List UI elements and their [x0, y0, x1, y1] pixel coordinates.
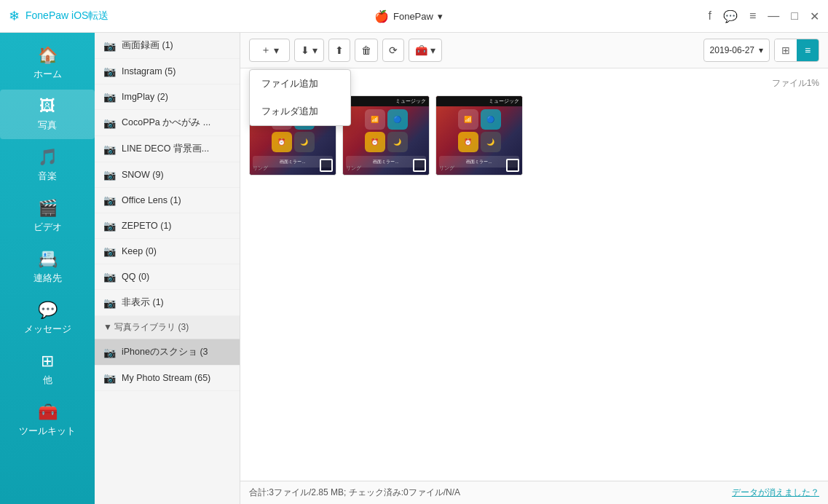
export-button[interactable]: ⬆ [328, 39, 350, 62]
photo-checkbox-2[interactable] [413, 159, 426, 172]
message-icon[interactable]: 💬 [723, 9, 738, 23]
status-bar: 合計:3ファイル/2.85 MB; チェック済み:0ファイル/N/A データが消… [240, 481, 828, 504]
add-dropdown-menu: ファイル追加 フォルダ追加 [249, 69, 351, 126]
nav-item-video[interactable]: 🎬ビデオ [0, 192, 95, 241]
photo-checkbox-3[interactable] [506, 159, 519, 172]
album-icon-3: 📷 [103, 117, 116, 129]
toolbox-icon: 🧰 [415, 44, 427, 56]
add-file-item[interactable]: ファイル追加 [250, 70, 350, 98]
app-title: FonePaw iOS転送 [25, 9, 109, 23]
menu-icon[interactable]: ≡ [749, 9, 756, 23]
nav-item-contacts[interactable]: 📇連絡先 [0, 243, 95, 292]
tools-label: ツールキット [19, 425, 76, 438]
album-item-10[interactable]: 📷非表示 (1) [95, 290, 240, 316]
import-chevron: ▾ [312, 44, 318, 56]
album-icon-9: 📷 [103, 271, 116, 283]
nav-item-messages[interactable]: 💬メッセージ [0, 294, 95, 343]
album-item-7[interactable]: 📷ZEPETO (1) [95, 213, 240, 239]
nav-item-photos[interactable]: 🖼写真 [0, 90, 95, 139]
import-button[interactable]: ⬇ ▾ [294, 39, 324, 62]
album-panel: 📷画面録画 (1)📷Instagram (5)📷ImgPlay (2)📷Coco… [95, 33, 240, 504]
album-name-2: ImgPlay (2) [122, 92, 168, 102]
album-name-7: ZEPETO (1) [122, 221, 172, 231]
active-album-icon: 📷 [103, 347, 116, 358]
album-item-1[interactable]: 📷Instagram (5) [95, 59, 240, 84]
refresh-button[interactable]: ⟳ [382, 39, 404, 62]
home-icon: 🏠 [38, 46, 58, 65]
album-item-9[interactable]: 📷QQ (0) [95, 264, 240, 290]
data-lost-link[interactable]: データが消えました？ [732, 487, 819, 499]
video-label: ビデオ [33, 221, 62, 234]
facebook-icon[interactable]: f [709, 9, 711, 23]
refresh-icon: ⟳ [389, 44, 398, 56]
minimize-icon[interactable]: — [768, 9, 779, 23]
album-icon-5: 📷 [103, 169, 116, 181]
album-name-9: QQ (0) [122, 272, 149, 282]
my-stream-icon: 📷 [103, 372, 116, 384]
other-icon: ⊞ [41, 352, 54, 371]
active-album-item[interactable]: 📷iPhoneのスクショ (3 [95, 339, 240, 366]
album-name-10: 非表示 (1) [122, 296, 164, 309]
album-item-2[interactable]: 📷ImgPlay (2) [95, 84, 240, 110]
album-icon-0: 📷 [103, 40, 116, 52]
close-icon[interactable]: ✕ [810, 9, 819, 23]
date-filter[interactable]: 2019-06-27 ▾ [703, 39, 770, 62]
album-item-5[interactable]: 📷SNOW (9) [95, 162, 240, 188]
date-chevron-icon: ▾ [759, 45, 763, 55]
sidebar-nav: 🏠ホーム🖼写真🎵音楽🎬ビデオ📇連絡先💬メッセージ⊞他🧰ツールキット [0, 33, 95, 504]
album-name-0: 画面録画 (1) [122, 39, 173, 52]
main-layout: 🏠ホーム🖼写真🎵音楽🎬ビデオ📇連絡先💬メッセージ⊞他🧰ツールキット 📷画面録画 … [0, 33, 828, 504]
date-value: 2019-06-27 [710, 45, 754, 55]
nav-item-music[interactable]: 🎵音楽 [0, 141, 95, 190]
more-button[interactable]: 🧰 ▾ [409, 39, 442, 62]
photo-checkbox-1[interactable] [320, 159, 333, 172]
view-toggle: ⊞ ≡ [774, 39, 819, 62]
messages-label: メッセージ [24, 323, 71, 336]
list-view-button[interactable]: ≡ [797, 39, 819, 61]
grid-view-button[interactable]: ⊞ [775, 39, 797, 61]
titlebar-left: ❄ FonePaw iOS転送 [9, 8, 109, 24]
music-label: 音楽 [38, 170, 57, 183]
album-item-8[interactable]: 📷Keep (0) [95, 239, 240, 264]
album-icon-1: 📷 [103, 66, 116, 77]
album-name-5: SNOW (9) [122, 170, 164, 180]
album-icon-7: 📷 [103, 220, 116, 232]
content-main: 2019-06-27 ファイル1% ミュージック 📶 🔵 [240, 68, 828, 481]
album-name-6: Office Lens (1) [122, 195, 181, 205]
contacts-label: 連絡先 [33, 272, 62, 285]
photos-icon: 🖼 [39, 97, 55, 116]
add-button[interactable]: ＋ ▾ [249, 39, 290, 62]
album-name-8: Keep (0) [122, 246, 157, 256]
chevron-icon: ▾ [274, 44, 279, 56]
album-item-0[interactable]: 📷画面録画 (1) [95, 33, 240, 59]
add-folder-item[interactable]: フォルダ追加 [250, 98, 350, 125]
my-stream-label: My Photo Stream (65) [122, 373, 210, 383]
album-name-3: CocoPPa かべがみ ... [122, 117, 210, 129]
my-photo-stream-item[interactable]: 📷My Photo Stream (65) [95, 366, 240, 391]
maximize-icon[interactable]: □ [791, 9, 798, 23]
photo-thumb-2[interactable]: ミュージック 📶 🔵 ⏰ 🌙 画面ミラー... [342, 95, 430, 176]
window-controls: f 💬 ≡ — □ ✕ [709, 9, 819, 23]
nav-item-tools[interactable]: 🧰ツールキット [0, 395, 95, 445]
nav-item-other[interactable]: ⊞他 [0, 344, 95, 394]
nav-item-home[interactable]: 🏠ホーム [0, 39, 95, 88]
delete-button[interactable]: 🗑 [355, 39, 378, 62]
device-name: FonePaw [393, 11, 433, 22]
add-icon: ＋ [261, 44, 271, 57]
music-icon: 🎵 [38, 148, 58, 167]
section-label: ▼ 写真ライブラリ (3) [103, 321, 189, 334]
status-summary: 合計:3ファイル/2.85 MB; チェック済み:0ファイル/N/A [249, 487, 460, 499]
delete-icon: 🗑 [361, 44, 371, 56]
album-item-4[interactable]: 📷LINE DECO 背景画... [95, 136, 240, 162]
album-icon-4: 📷 [103, 143, 116, 155]
album-icon-2: 📷 [103, 91, 116, 103]
active-album-name: iPhoneのスクショ (3 [122, 346, 208, 358]
photos-label: 写真 [38, 119, 57, 132]
titlebar: ❄ FonePaw iOS転送 🍎 FonePaw ▾ f 💬 ≡ — □ ✕ [0, 0, 828, 33]
album-item-3[interactable]: 📷CocoPPa かべがみ ... [95, 110, 240, 136]
album-item-6[interactable]: 📷Office Lens (1) [95, 188, 240, 213]
photo-library-section[interactable]: ▼ 写真ライブラリ (3) [95, 316, 240, 339]
device-selector[interactable]: 🍎 FonePaw ▾ [374, 9, 443, 23]
album-icon-6: 📷 [103, 194, 116, 206]
photo-thumb-3[interactable]: ミュージック 📶 🔵 ⏰ 🌙 画面ミラー... [435, 95, 523, 176]
